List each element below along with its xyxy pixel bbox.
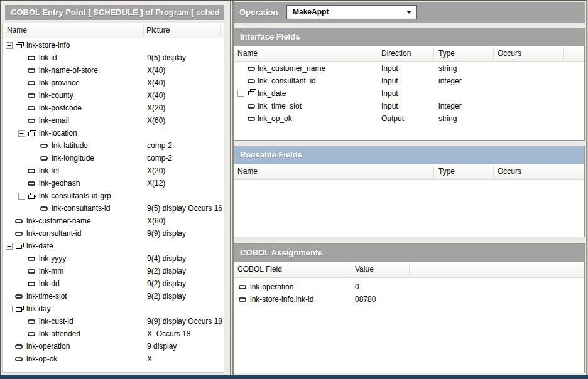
column-separator xyxy=(351,264,351,275)
tree-row[interactable]: lnk-operation9 display xyxy=(3,340,224,353)
expander-slot xyxy=(18,130,28,137)
tree-row[interactable]: lnk-name-of-storeX(40) xyxy=(3,64,224,77)
icon-slot xyxy=(40,206,52,211)
icon-slot xyxy=(28,55,39,61)
tree-row[interactable]: lnk-id9(5) display xyxy=(3,51,224,64)
interface-field-row[interactable]: lnk_customer_nameInputstring xyxy=(234,62,584,75)
tree-row[interactable]: lnk-emailX(60) xyxy=(3,114,224,127)
tree-row[interactable]: lnk-geohashX(12) xyxy=(3,177,224,190)
picture-value: comp-2 xyxy=(147,152,172,164)
field-name: lnk-name-of-store xyxy=(39,66,98,75)
expander-slot xyxy=(6,243,15,250)
field-direction: Input xyxy=(381,87,398,100)
icon-slot xyxy=(15,305,26,313)
tree-row[interactable]: lnk-attendedX Occurs 18 xyxy=(3,328,224,340)
field-name: lnk_time_slot xyxy=(258,100,302,112)
picture-value: 9(9) display Occurs 18 xyxy=(147,315,222,328)
operation-dropdown[interactable]: MakeAppt xyxy=(286,5,417,19)
tree-row[interactable]: lnk-countyX(40) xyxy=(3,89,224,102)
tree-row[interactable]: lnk-op-okX xyxy=(3,353,224,365)
field-name: lnk_customer_name xyxy=(258,62,325,75)
interface-fields-header: Interface Fields xyxy=(234,28,584,46)
group-icon xyxy=(15,305,24,313)
tree-row[interactable]: lnk-dd9(2) display xyxy=(3,277,224,290)
tree-row[interactable]: lnk-telX(20) xyxy=(3,164,224,177)
leaf-icon xyxy=(28,269,35,274)
tree-row[interactable]: lnk-mm9(2) display xyxy=(3,265,224,277)
field-direction: Input xyxy=(381,75,398,87)
tree-row[interactable]: lnk-yyyy9(4) display xyxy=(3,252,224,265)
icon-slot xyxy=(15,294,26,299)
column-separator xyxy=(409,264,410,275)
cobol-assignment-row[interactable]: lnk-operation0 xyxy=(234,280,584,293)
field-type: string xyxy=(438,62,457,75)
icon-slot xyxy=(248,75,255,87)
tree-row[interactable]: lnk-date xyxy=(3,240,224,252)
leaf-icon xyxy=(40,156,48,161)
picture-value: X Occurs 18 xyxy=(147,328,190,340)
tree-column-header: Name Picture xyxy=(3,23,224,38)
column-header-value: Value xyxy=(355,262,374,277)
column-separator xyxy=(564,48,564,60)
operation-label: Operation xyxy=(239,2,278,23)
minus-expander-icon[interactable] xyxy=(18,193,25,200)
field-name: lnk-consultants-id xyxy=(52,204,110,213)
field-type: string xyxy=(438,112,457,125)
icon-slot xyxy=(28,256,39,262)
tree-row[interactable]: lnk-consultants-id-grp xyxy=(3,190,224,202)
operation-dropdown-value: MakeAppt xyxy=(293,6,329,19)
tree-row[interactable]: lnk-time-slot9(2) display xyxy=(3,290,224,302)
picture-value: X(60) xyxy=(147,215,165,227)
operation-bar: Operation MakeAppt xyxy=(234,2,585,23)
column-separator xyxy=(433,48,434,60)
tree-row[interactable]: lnk-postcodeX(20) xyxy=(3,102,224,114)
cobol-assignments-section: COBOL Assignments COBOL Field Value lnk-… xyxy=(234,243,585,373)
picture-value: X(20) xyxy=(147,164,165,177)
reusable-fields-column-header: Name Type Occurs xyxy=(234,164,584,180)
column-separator xyxy=(536,48,536,60)
icon-slot xyxy=(28,269,39,274)
tree-row[interactable]: lnk-customer-nameX(60) xyxy=(3,215,224,227)
tree-row[interactable]: lnk-cust-id9(9) display Occurs 18 xyxy=(3,315,224,328)
column-header-occurs: Occurs xyxy=(498,164,521,179)
cobol-assignment-row[interactable]: lnk-store-info.lnk-id08780 xyxy=(234,293,584,306)
tree-row[interactable]: lnk-longitudecomp-2 xyxy=(3,152,224,164)
leaf-icon xyxy=(28,319,35,324)
icon-slot xyxy=(28,181,39,186)
leaf-icon xyxy=(28,68,35,73)
tree-row[interactable]: lnk-consultants-id9(5) display Occurs 16 xyxy=(3,202,224,215)
leaf-icon xyxy=(248,116,255,122)
minus-expander-icon[interactable] xyxy=(18,130,25,137)
leaf-icon xyxy=(248,66,255,72)
column-header-type: Type xyxy=(438,164,455,179)
cobol-field-value: 08780 xyxy=(355,293,376,306)
plus-expander-icon[interactable] xyxy=(237,90,244,97)
column-separator xyxy=(536,166,536,178)
interface-field-row[interactable]: lnk_consultant_idInputinteger xyxy=(234,75,584,87)
expander-slot xyxy=(6,306,15,312)
leaf-icon xyxy=(40,206,48,211)
tree-row[interactable]: lnk-location xyxy=(3,127,224,139)
leaf-icon xyxy=(28,55,35,61)
tree-row[interactable]: lnk-day xyxy=(3,302,224,315)
interface-field-row[interactable]: lnk_op_okOutputstring xyxy=(234,112,584,125)
picture-value: 9(9) display xyxy=(147,227,186,240)
chevron-down-icon[interactable] xyxy=(406,11,411,14)
tree-row[interactable]: lnk-latitudecomp-2 xyxy=(3,139,224,152)
field-tree: lnk-store-infolnk-id9(5) displaylnk-name… xyxy=(3,39,224,372)
field-name: lnk-postcode xyxy=(39,104,82,112)
column-header-direction: Direction xyxy=(381,46,411,61)
minus-expander-icon[interactable] xyxy=(6,306,13,312)
field-name: lnk-store-info xyxy=(26,41,70,50)
interface-field-row[interactable]: lnk_time_slotInputinteger xyxy=(234,100,584,112)
field-name: lnk-latitude xyxy=(52,141,88,150)
tree-row[interactable]: lnk-store-info xyxy=(3,39,224,51)
icon-slot xyxy=(248,62,255,75)
tree-row[interactable]: lnk-consultant-id9(9) display xyxy=(3,227,224,240)
column-header-type: Type xyxy=(438,46,455,61)
minus-expander-icon[interactable] xyxy=(6,42,13,49)
icon-slot xyxy=(248,112,255,125)
interface-field-row[interactable]: lnk_dateInput xyxy=(234,87,584,100)
minus-expander-icon[interactable] xyxy=(6,243,13,250)
tree-row[interactable]: lnk-provinceX(40) xyxy=(3,77,224,89)
